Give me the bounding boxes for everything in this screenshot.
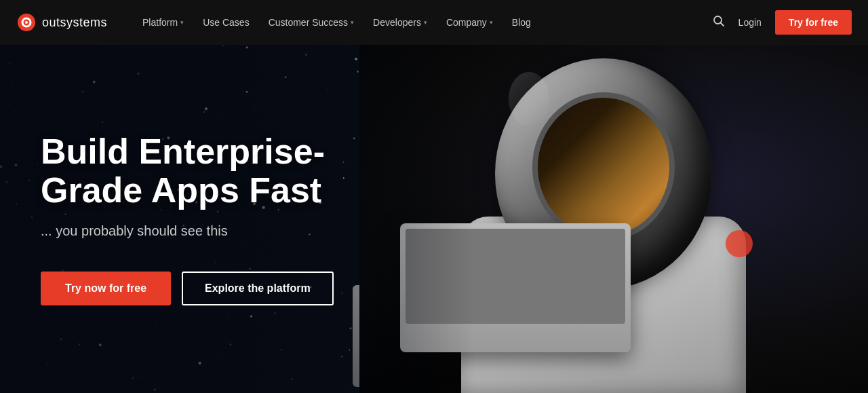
hero-title: Build Enterprise-Grade Apps Fast — [41, 132, 366, 210]
try-now-button[interactable]: Try now for free — [41, 272, 171, 305]
nav-item-platform[interactable]: Platform ▾ — [134, 12, 192, 33]
nav-item-blog[interactable]: Blog — [504, 12, 539, 33]
hero-cta-area: Try now for free Explore the platform — [41, 272, 366, 305]
nav-item-use-cases[interactable]: Use Cases — [195, 12, 257, 33]
hero-subtitle: ... you probably should see this — [41, 223, 366, 239]
outsystems-logo-icon — [16, 12, 37, 33]
nav-item-developers[interactable]: Developers ▾ — [365, 12, 435, 33]
chevron-down-icon: ▾ — [490, 19, 493, 26]
explore-platform-button[interactable]: Explore the platform — [182, 272, 334, 305]
try-for-free-button[interactable]: Try for free — [775, 10, 852, 35]
nav-item-customer-success[interactable]: Customer Success ▾ — [260, 12, 362, 33]
chevron-down-icon: ▾ — [351, 19, 354, 26]
nav-links: Platform ▾ Use Cases Customer Success ▾ … — [134, 12, 713, 33]
navbar: outsystems Platform ▾ Use Cases Customer… — [0, 0, 868, 45]
nav-item-company[interactable]: Company ▾ — [438, 12, 501, 33]
login-link[interactable]: Login — [738, 17, 762, 28]
logo-text: outsystems — [42, 16, 107, 30]
hero-section: Build Enterprise-Grade Apps Fast ... you… — [0, 0, 868, 393]
search-icon[interactable] — [713, 15, 725, 30]
chevron-down-icon: ▾ — [180, 19, 184, 26]
svg-point-2 — [25, 21, 28, 24]
logo-area[interactable]: outsystems — [16, 12, 107, 33]
chevron-down-icon: ▾ — [424, 19, 427, 26]
hero-content: Build Enterprise-Grade Apps Fast ... you… — [0, 45, 407, 393]
svg-line-4 — [720, 23, 724, 26]
nav-right: Login Try for free — [713, 10, 852, 35]
